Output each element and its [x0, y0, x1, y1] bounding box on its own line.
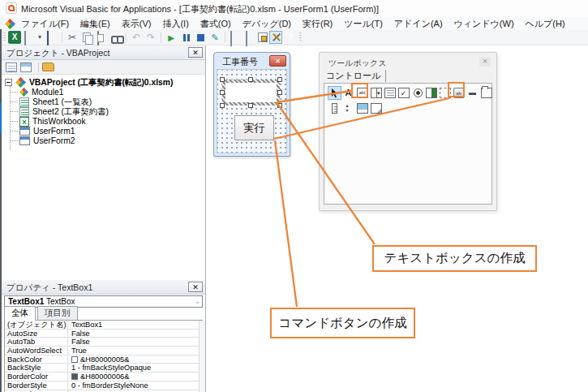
textbox-selection-frame[interactable] [222, 80, 280, 106]
properties-title: プロパティ - TextBox1 [6, 282, 92, 294]
property-row-backcolor[interactable]: BackColor &H80000005& [5, 355, 202, 364]
properties-close-button[interactable] [188, 282, 203, 292]
title-bar: Microsoft Visual Basic for Applications … [0, 0, 588, 17]
break-icon[interactable] [179, 31, 192, 44]
view-object-icon[interactable] [20, 62, 32, 72]
color-swatch [71, 373, 78, 380]
color-swatch [71, 356, 78, 363]
resize-handle-ne[interactable] [277, 77, 282, 82]
toolbox-window: ツールボックス コントロール [319, 52, 497, 211]
resize-handle-sw[interactable] [220, 103, 225, 108]
toggle-folders-icon[interactable] [42, 62, 54, 71]
toolbox-checkbox-icon[interactable] [397, 86, 410, 100]
object-browser-icon[interactable] [258, 32, 268, 42]
property-row-autotab[interactable]: AutoTab False [5, 338, 202, 347]
menu-file[interactable]: ファイル(F) [15, 17, 75, 30]
toolbox-multipage-icon[interactable] [479, 86, 493, 100]
toolbox-spinbutton-icon[interactable] [341, 101, 355, 115]
design-mode-icon[interactable] [208, 31, 221, 44]
userform-canvas[interactable]: 実行 [217, 69, 287, 153]
connector-commandbutton-to-callout [275, 140, 297, 307]
chevron-down-icon: ⌄ [194, 296, 200, 307]
toolbox-combobox-icon[interactable] [369, 86, 383, 100]
find-icon[interactable] [109, 31, 122, 44]
properties-grid: (オブジェクト名) TextBox1 AutoSize False AutoTa… [4, 321, 203, 392]
tab-alphabetic[interactable]: 全体 [4, 306, 36, 321]
properties-window-icon[interactable] [243, 31, 256, 44]
redo-icon[interactable] [144, 31, 157, 44]
save-icon[interactable] [45, 31, 58, 44]
toolbox-icon[interactable] [269, 31, 282, 44]
property-row-objectname[interactable]: (オブジェクト名) TextBox1 [5, 321, 202, 330]
menu-addins[interactable]: アドイン(A) [388, 17, 449, 30]
project-tree: VBAProject (工事契約書(転記)0.xlsm) Module1 She… [2, 75, 205, 280]
property-row-bordercolor[interactable]: BorderColor &H80000006& [5, 373, 202, 381]
textbox-control[interactable] [225, 83, 277, 102]
project-explorer-header: プロジェクト - VBAProject [2, 45, 205, 60]
properties-header: プロパティ - TextBox1 [2, 280, 205, 295]
project-explorer-title: プロジェクト - VBAProject [6, 48, 110, 59]
paste-icon[interactable] [95, 31, 108, 44]
project-explorer-panel: プロジェクト - VBAProject VBAProject (工事契約書(転記… [2, 45, 206, 280]
callout-textbox-creation: テキストボックスの作成 [372, 245, 537, 272]
resize-handle-se[interactable] [277, 103, 282, 108]
insert-userform-dropdown-icon[interactable] [37, 31, 44, 44]
view-excel-icon[interactable] [8, 31, 21, 44]
toolbox-tab-controls[interactable]: コントロール [324, 70, 386, 82]
property-row-autowordselect[interactable]: AutoWordSelect True [5, 347, 202, 355]
toolbox-listbox-icon[interactable] [383, 86, 397, 100]
userform-close-button[interactable] [269, 55, 286, 67]
run-commandbutton[interactable]: 実行 [234, 115, 274, 140]
collapse-icon[interactable] [5, 79, 12, 86]
property-row-backstyle[interactable]: BackStyle 1 - fmBackStyleOpaque [5, 364, 202, 373]
window-title: Microsoft Visual Basic for Applications … [21, 3, 379, 15]
menu-tools[interactable]: ツール(T) [338, 17, 388, 30]
project-explorer-toolbar [2, 60, 205, 75]
resize-handle-w[interactable] [220, 90, 225, 95]
copy-icon[interactable] [80, 31, 93, 44]
callout-commandbutton-creation: コマンドボタンの作成 [270, 308, 415, 338]
userform-icon [19, 127, 30, 136]
menu-insert[interactable]: 挿入(I) [157, 17, 194, 30]
tab-categorized[interactable]: 項目別 [37, 306, 78, 320]
toolbox-close-button[interactable] [479, 57, 491, 67]
menu-window[interactable]: ウィンドウ(W) [449, 17, 520, 30]
properties-scrollbar[interactable] [199, 321, 205, 392]
toolbox-image-icon[interactable] [355, 101, 369, 115]
resize-handle-s[interactable] [248, 103, 253, 108]
menu-edit[interactable]: 編集(E) [75, 17, 116, 30]
undo-icon[interactable] [130, 31, 143, 44]
menu-format[interactable]: 書式(O) [195, 17, 237, 30]
menu-help[interactable]: ヘルプ(H) [520, 17, 571, 30]
toolbox-scrollbar-icon[interactable] [328, 101, 341, 115]
insert-userform-icon[interactable] [23, 31, 36, 44]
worksheet-icon [19, 107, 29, 117]
run-icon[interactable] [165, 31, 178, 44]
toolbar-end-grip[interactable] [299, 32, 302, 42]
menu-debug[interactable]: デバッグ(D) [237, 17, 297, 30]
toolbox-refedit-icon[interactable] [369, 101, 383, 115]
toolbox-togglebutton-icon[interactable] [424, 86, 438, 100]
reset-icon[interactable] [194, 31, 207, 44]
menu-run[interactable]: 実行(R) [297, 17, 338, 30]
project-explorer-icon[interactable] [229, 31, 242, 44]
project-explorer-close-button[interactable] [188, 47, 203, 58]
toolbox-title: ツールボックス [328, 58, 386, 69]
toolbox-optionbutton-icon[interactable] [410, 86, 424, 100]
help-icon[interactable] [284, 31, 297, 44]
toolbox-select-icon[interactable] [328, 86, 341, 100]
toolbar-grip[interactable] [3, 32, 6, 42]
menu-view[interactable]: 表示(V) [116, 17, 157, 30]
resize-handle-e[interactable] [277, 90, 282, 95]
properties-tabs: 全体 項目別 [4, 308, 203, 321]
view-code-icon[interactable] [6, 62, 17, 72]
tree-item-userform2[interactable]: UserForm2 [11, 136, 75, 146]
toolbox-tabstrip-icon[interactable] [466, 86, 479, 100]
resize-handle-nw[interactable] [220, 77, 225, 82]
cut-icon[interactable] [66, 31, 79, 44]
property-row-autosize[interactable]: AutoSize False [5, 330, 202, 338]
resize-handle-n[interactable] [248, 77, 253, 82]
vba-app-icon [6, 2, 17, 14]
vba-project-icon [5, 19, 15, 29]
property-row-borderstyle[interactable]: BorderStyle 0 - fmBorderStyleNone [5, 381, 202, 390]
